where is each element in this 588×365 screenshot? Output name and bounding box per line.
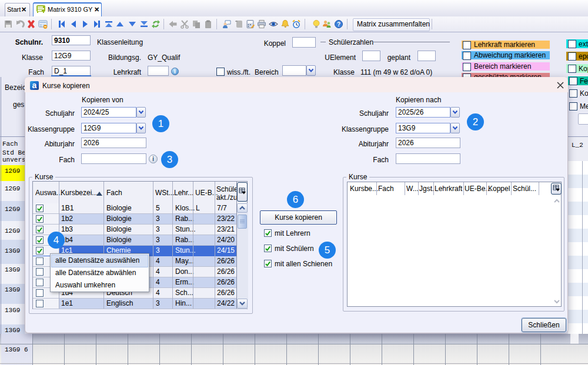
svg-text:?: ?: [337, 21, 340, 28]
